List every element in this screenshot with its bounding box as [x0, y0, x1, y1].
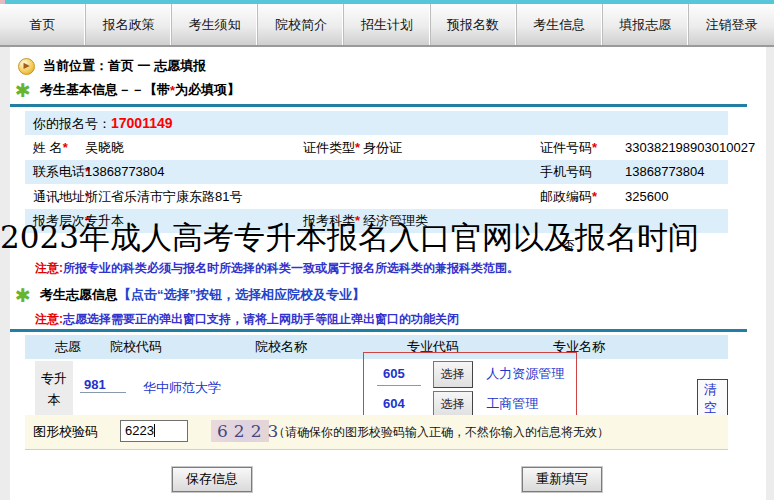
phone-value: 13868773804 [85, 160, 165, 184]
volunteer-level-cell: 专升本 [35, 361, 73, 419]
college-name-value: 华中师范大学 [143, 379, 221, 397]
hidden-row-value: 否 [562, 234, 575, 258]
phone-label: 联系电话* [33, 160, 90, 184]
nav-item-home[interactable]: 首页 [0, 4, 86, 45]
notice-text: 所报专业的科类必须与报名时所选择的科类一致或属于报名所选科类的兼报科类范围。 [63, 261, 519, 275]
major-name-value: 人力资源管理 [486, 366, 564, 381]
notice-popup: 注意:志愿选择需要正的弹出窗口支持，请将上网助手等阻止弹出窗口的功能关闭 [35, 311, 459, 328]
address-label: 通讯地址* [33, 185, 90, 209]
form-row-name: 姓 名* 吴晓晓 证件类型* 身份证 证件号码* 330382198903010… [25, 136, 728, 160]
nav-item-notice[interactable]: 考生须知 [172, 4, 258, 45]
idno-label: 证件号码* [540, 136, 597, 160]
basic-info-section-title: ✱ 考生基本信息－－【带*为必填项】 [15, 80, 240, 100]
reset-button[interactable]: 重新填写 [522, 467, 602, 492]
name-label: 姓 名* [33, 136, 68, 160]
content-panel: ▶ 当前位置：首页 一 志愿填报 ✱ 考生基本信息－－【带*为必填项】 你的报名… [10, 47, 766, 500]
breadcrumb: ▶ 当前位置：首页 一 志愿填报 [18, 57, 206, 75]
required-star: * [355, 213, 360, 228]
level-label: 报考层次* [33, 209, 90, 233]
captcha-input[interactable]: 6223 [120, 420, 188, 442]
clear-button[interactable]: 清空 [697, 379, 728, 420]
required-star: * [592, 140, 597, 155]
captcha-image: 6223 [211, 420, 269, 442]
notice-category: 注意:所报专业的科类必须与报名时所选择的科类一致或属于报名所选科类的兼报科类范围… [35, 260, 519, 277]
notice-prefix: 注意: [35, 261, 63, 275]
text-cursor [154, 424, 155, 437]
major-row-1: 605 选择 人力资源管理 [377, 361, 564, 383]
basic-info-form: 你的报名号：17001149 姓 名* 吴晓晓 证件类型* 身份证 证件号码* … [25, 111, 728, 258]
basic-info-title-post: 为必填项】 [175, 81, 240, 99]
col-college-code: 院校代码 [110, 335, 162, 359]
address-value: 浙江省乐清市宁康东路81号 [85, 185, 242, 209]
form-row-hidden: 否 [25, 234, 728, 258]
idtype-value: 身份证 [363, 136, 402, 160]
college-code-input[interactable]: 981 [80, 377, 126, 393]
nav-item-fill-volunteer[interactable]: 填报志愿 [603, 4, 689, 45]
major-name-value: 工商管理 [486, 396, 538, 411]
captcha-hint: （请确保你的图形校验码输入正确，不然你输入的信息将无效） [273, 415, 609, 449]
volunteer-title-hint: 【点击“选择”按钮，选择相应院校及专业】 [118, 286, 365, 304]
zip-label: 邮政编码* [540, 185, 597, 209]
level-value: 专升本 [85, 209, 124, 233]
form-row-regno: 你的报名号：17001149 [25, 111, 728, 136]
captcha-input-value: 6223 [125, 423, 154, 438]
nav-item-colleges[interactable]: 院校简介 [258, 4, 344, 45]
category-value: 经济管理类 [363, 209, 428, 233]
form-row-address: 通讯地址* 浙江省乐清市宁康东路81号 邮政编码* 325600 [25, 185, 728, 209]
form-row-level: 报考层次* 专升本 报考科类* 经济管理类 [25, 209, 728, 234]
major-code-input[interactable]: 604 [377, 393, 421, 416]
required-star: * [592, 189, 597, 204]
volunteer-section-title: ✱ 考生志愿信息【点击“选择”按钮，选择相应院校及专业】 [15, 285, 365, 305]
select-major-button[interactable]: 选择 [433, 391, 473, 418]
captcha-label: 图形校验码 [33, 415, 98, 449]
nav-item-candidate-info[interactable]: 考生信息 [517, 4, 603, 45]
zip-value: 325600 [625, 185, 668, 209]
major-row-2: 604 选择 工商管理 [377, 391, 538, 413]
flower-icon: ✱ [15, 286, 31, 305]
col-volunteer: 志愿 [55, 335, 81, 359]
save-button[interactable]: 保存信息 [172, 467, 252, 492]
location-arrow-icon: ▶ [18, 58, 35, 75]
captcha-row: 图形校验码 6223 6223 （请确保你的图形校验码输入正确，不然你输入的信息… [25, 415, 728, 450]
required-star: * [355, 140, 360, 155]
col-college-name: 院校名称 [255, 335, 307, 359]
major-code-input[interactable]: 605 [377, 363, 421, 386]
section-divider-rule [10, 329, 747, 332]
nav-item-plan[interactable]: 招生计划 [344, 4, 430, 45]
nav-item-logout[interactable]: 注销登录 [689, 4, 774, 45]
notice-text: 志愿选择需要正的弹出窗口支持，请将上网助手等阻止弹出窗口的功能关闭 [63, 312, 459, 326]
basic-info-title-pre: 考生基本信息－－【带 [40, 81, 170, 99]
volunteer-title: 考生志愿信息 [40, 286, 118, 304]
main-nav: 首页 报名政策 考生须知 院校简介 招生计划 预报名数 考生信息 填报志愿 注销… [0, 4, 774, 47]
regno-value: 17001149 [111, 115, 173, 131]
breadcrumb-label: 当前位置：首页 一 志愿填报 [43, 57, 206, 75]
required-star: * [63, 140, 68, 155]
form-row-phone: 联系电话* 13868773804 手机号码 13868773804 [25, 160, 728, 185]
nav-item-policy[interactable]: 报名政策 [86, 4, 172, 45]
idtype-label: 证件类型* [303, 136, 360, 160]
mobile-label: 手机号码 [540, 160, 592, 184]
mobile-value: 13868773804 [625, 160, 705, 184]
regno-label: 你的报名号：17001149 [33, 111, 173, 136]
category-label: 报考科类* [303, 209, 360, 233]
notice-prefix: 注意: [35, 312, 63, 326]
volunteer-table-row: 专升本 981 华中师范大学 605 选择 人力资源管理 604 选择 工商管理… [25, 359, 728, 421]
idno-value: 330382198903010027 [625, 136, 755, 160]
select-major-button[interactable]: 选择 [433, 361, 473, 388]
section-divider-rule [10, 104, 747, 107]
flower-icon: ✱ [15, 81, 31, 100]
nav-item-prereg-count[interactable]: 预报名数 [431, 4, 517, 45]
name-value: 吴晓晓 [85, 136, 124, 160]
